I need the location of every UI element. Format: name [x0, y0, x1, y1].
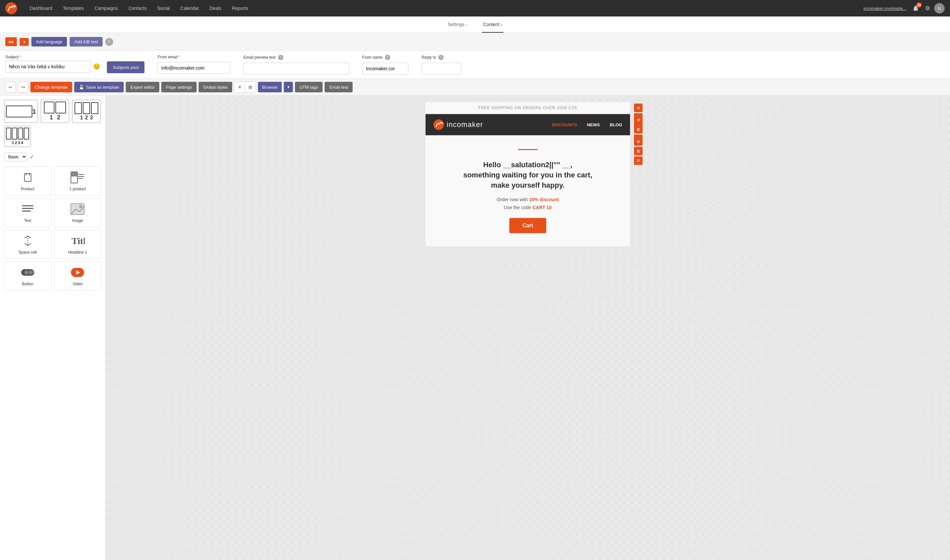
browser-button[interactable]: Browser: [258, 82, 282, 92]
redo-button[interactable]: ↪: [18, 82, 28, 92]
reply-to-field-group: Reply to ?: [422, 55, 461, 75]
canvas-row-body: ⊕ 🗑 ⚙ Hello __salutation2||"" __, someth…: [425, 136, 630, 246]
email-subtext-discount: Order now with 10% discount: [436, 197, 620, 202]
language-button[interactable]: en: [5, 37, 17, 46]
canvas-area[interactable]: ⊕ 🗑 ⚙ FREE SHIPPING ON ORDERS OVER 2000 …: [106, 95, 950, 560]
nav-contacts[interactable]: Contacts: [124, 3, 151, 14]
page-settings-button[interactable]: Page settings: [161, 82, 197, 92]
block-button[interactable]: Button: [4, 262, 51, 291]
nav-deals[interactable]: Deals: [205, 3, 226, 14]
block-image[interactable]: Image: [54, 198, 102, 227]
from-name-input[interactable]: [362, 63, 408, 75]
subject-input[interactable]: [5, 61, 91, 72]
nav-social[interactable]: Social: [152, 3, 174, 14]
tab-settings[interactable]: Settings ›: [447, 17, 469, 33]
notifications-button[interactable]: 10: [910, 3, 921, 14]
avatar[interactable]: U: [934, 3, 945, 14]
block-text[interactable]: Text: [4, 198, 51, 227]
email-code-text: CART 10: [533, 205, 551, 210]
block-headline1[interactable]: Title 1 Headline 1: [54, 230, 102, 259]
global-styles-button[interactable]: Global styles: [199, 82, 232, 92]
row-move-btn-3[interactable]: ⊕: [634, 137, 642, 146]
space-cell-icon: [20, 234, 35, 247]
block-space-cell[interactable]: Space cell: [4, 230, 51, 259]
nav-templates[interactable]: Templates: [59, 3, 89, 14]
top-navigation: Dashboard Templates Campaigns Contacts S…: [0, 0, 950, 17]
nav-reports[interactable]: Reports: [227, 3, 253, 14]
email-header: incomaker DISCOUNTS NEWS BLOG: [425, 114, 630, 135]
svg-point-27: [441, 122, 443, 124]
logo[interactable]: [5, 2, 17, 14]
block-product[interactable]: Product: [4, 166, 51, 195]
add-ab-test-button[interactable]: Add A/B test: [69, 37, 103, 46]
row-delete-btn-3[interactable]: 🗑: [634, 147, 642, 155]
subject-label: Subject *: [5, 55, 100, 59]
basic-select[interactable]: Basic: [4, 152, 27, 161]
email-navigation: DISCOUNTS NEWS BLOG: [552, 122, 622, 127]
utm-tags-button[interactable]: UTM tags: [295, 82, 323, 92]
layout-1col[interactable]: 1: [4, 100, 38, 123]
help-button[interactable]: ?: [105, 38, 113, 46]
row-settings-btn-3[interactable]: ⚙: [634, 156, 642, 165]
layout-2col[interactable]: 1 2: [40, 100, 69, 123]
text-icon: [20, 203, 35, 216]
row-move-btn-1[interactable]: ⊕: [634, 103, 642, 112]
save-as-template-button[interactable]: 💾 Save as template: [74, 82, 124, 92]
email-headline: Hello __salutation2||"" __, something wa…: [436, 160, 620, 190]
settings-icon[interactable]: ⚙: [925, 5, 930, 12]
email-logo-text: incomaker: [447, 120, 483, 129]
email-preview-field-group: Email preview text ?: [243, 55, 349, 75]
email-discount-text: 10% discount: [529, 197, 559, 202]
1product-label: 1 product: [69, 187, 86, 191]
free-shipping-bar: FREE SHIPPING ON ORDERS OVER 2000 CZK: [425, 102, 630, 114]
add-language-button[interactable]: Add language: [31, 37, 67, 46]
email-cart-button[interactable]: Cart: [509, 218, 546, 233]
email-subtext-code: Use the code CART 10: [436, 205, 620, 210]
grid-icon-2[interactable]: ⊞: [245, 82, 256, 92]
left-sidebar: 1 1 2: [0, 95, 106, 560]
canvas-inner: ⊕ 🗑 ⚙ FREE SHIPPING ON ORDERS OVER 2000 …: [379, 102, 676, 560]
from-name-label: From name ?: [362, 55, 408, 60]
product-icon: [20, 171, 35, 184]
layout-4col[interactable]: 1 2 3 4: [4, 126, 31, 147]
block-video[interactable]: Video: [54, 262, 102, 291]
change-template-button[interactable]: Change template: [30, 82, 72, 92]
from-email-input[interactable]: [158, 62, 230, 74]
reply-to-input[interactable]: [422, 63, 461, 75]
email-nav-news[interactable]: NEWS: [587, 122, 600, 127]
row-move-btn-2[interactable]: ⊕: [634, 115, 642, 124]
svg-point-20: [25, 271, 28, 274]
layout-3col-a[interactable]: 1 2 3: [72, 100, 101, 123]
email-preview-help-icon[interactable]: ?: [278, 55, 283, 60]
tab-content[interactable]: Content ›: [482, 17, 504, 33]
email-nav-discounts[interactable]: DISCOUNTS: [552, 122, 577, 127]
email-test-button[interactable]: Email test: [325, 82, 353, 92]
nav-calendar[interactable]: Calendar: [176, 3, 204, 14]
subjects-pool-button[interactable]: Subjects pool: [107, 62, 145, 73]
nav-campaigns[interactable]: Campaigns: [90, 3, 122, 14]
row-delete-btn-2[interactable]: 🗑: [634, 125, 642, 134]
reply-to-help-icon[interactable]: ?: [438, 55, 443, 60]
undo-button[interactable]: ↩: [5, 82, 16, 92]
svg-rect-4: [71, 172, 77, 177]
grid-icon-1[interactable]: ✕: [234, 82, 245, 92]
nav-dashboard[interactable]: Dashboard: [25, 3, 57, 14]
svg-rect-2: [25, 174, 31, 182]
headline1-icon: Title 1: [69, 234, 85, 247]
account-link[interactable]: incomaker.myshopte...: [864, 6, 907, 11]
subject-field-group: Subject * 🙂: [5, 55, 100, 72]
canvas-row-header: ⊕ 🗑 ⚙ incomaker: [425, 114, 630, 135]
emoji-button[interactable]: 🙂: [93, 63, 100, 70]
svg-point-26: [433, 119, 444, 130]
language-dropdown[interactable]: ▼: [20, 38, 29, 46]
block-1product[interactable]: 1 product: [54, 166, 102, 195]
layout-options: 1 1 2: [4, 100, 101, 147]
from-email-field-group: From email *: [158, 55, 230, 74]
editor-toolbar: ↩ ↪ Change template 💾 Save as template E…: [0, 79, 950, 95]
browser-dropdown[interactable]: ▼: [284, 82, 293, 92]
email-nav-blog[interactable]: BLOG: [610, 122, 622, 127]
button-icon: [20, 266, 35, 279]
expert-editor-button[interactable]: Expert editor: [126, 82, 159, 92]
email-preview-input[interactable]: [243, 63, 349, 75]
from-name-help-icon[interactable]: ?: [385, 55, 390, 60]
